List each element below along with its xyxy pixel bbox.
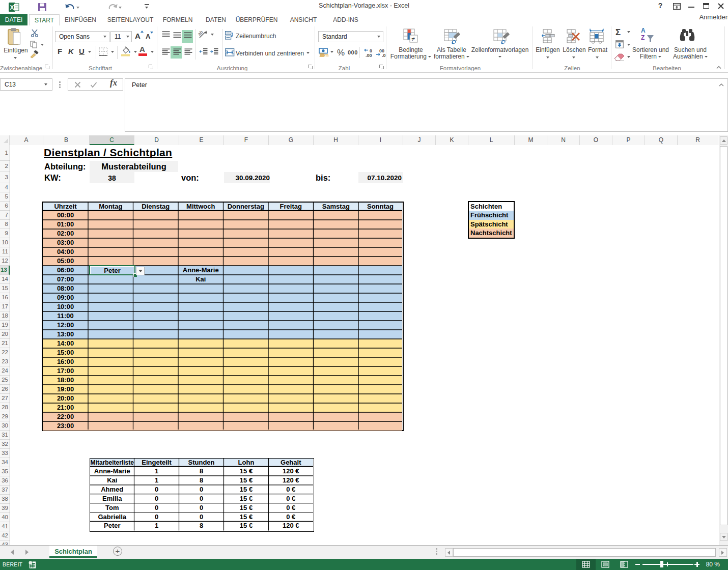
svg-text:A: A: [641, 27, 646, 34]
svg-text:,00: ,00: [366, 53, 372, 58]
svg-text:,0: ,0: [382, 53, 386, 58]
svg-text:Z: Z: [641, 34, 645, 41]
svg-text:ab: ab: [198, 30, 204, 37]
svg-text:≠: ≠: [412, 36, 415, 43]
